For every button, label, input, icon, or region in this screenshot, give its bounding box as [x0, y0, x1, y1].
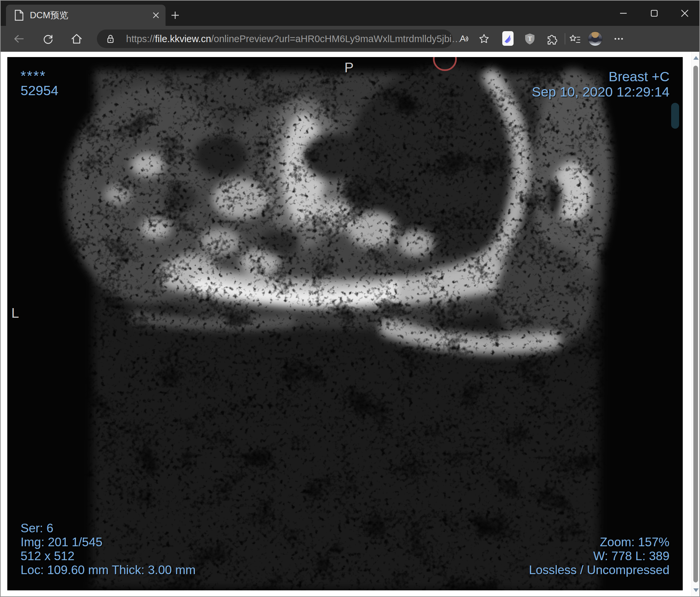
- refresh-icon[interactable]: [42, 32, 54, 45]
- document-icon: [14, 9, 24, 21]
- scrollbar-thumb[interactable]: [693, 66, 698, 582]
- slice-location: Loc: 109.60 mm Thick: 3.00 mm: [21, 563, 196, 577]
- url-host: file.kkview.cn: [155, 33, 211, 44]
- display-info: Zoom: 157% W: 778 L: 389 Lossless / Unco…: [529, 535, 670, 577]
- series-info: Ser: 6 Img: 201 1/545 512 x 512 Loc: 109…: [21, 521, 196, 577]
- page-scrollbar[interactable]: [691, 52, 699, 596]
- mri-image: [7, 57, 683, 590]
- study-datetime: Sep 10, 2020 12:29:14: [532, 84, 670, 100]
- study-description: Breast +C: [532, 69, 670, 84]
- svg-text:A: A: [460, 33, 466, 44]
- page-content: **** 52954 Breast +C Sep 10, 2020 12:29:…: [1, 52, 699, 596]
- tab-dcm-preview[interactable]: DCM预览: [6, 5, 166, 26]
- url-text[interactable]: https://file.kkview.cn/onlinePreview?url…: [126, 29, 461, 48]
- tab-title: DCM预览: [30, 5, 68, 26]
- window-close-button[interactable]: [678, 7, 692, 20]
- patient-id: 52954: [21, 84, 58, 98]
- favorite-star-icon[interactable]: [478, 32, 490, 45]
- toolbar-divider: [565, 33, 565, 45]
- url-path: /onlinePreview?url=aHR0cHM6Ly9maWxlLmtrd…: [211, 33, 461, 44]
- scrollbar-down-arrow-icon[interactable]: [693, 588, 699, 592]
- orientation-marker-posterior: P: [344, 60, 354, 76]
- address-bar[interactable]: https://file.kkview.cn/onlinePreview?url…: [97, 29, 452, 48]
- scrollbar-up-arrow-icon[interactable]: [693, 56, 699, 60]
- extension-shield-t-icon[interactable]: T: [524, 32, 536, 45]
- home-icon[interactable]: [70, 32, 83, 45]
- image-matrix: 512 x 512: [21, 549, 196, 563]
- svg-text:T: T: [528, 35, 532, 42]
- zoom-level: Zoom: 157%: [529, 535, 670, 549]
- favorites-list-icon[interactable]: [569, 32, 581, 45]
- title-bar: DCM预览: [1, 1, 699, 26]
- back-icon[interactable]: [12, 32, 25, 45]
- study-info: Breast +C Sep 10, 2020 12:29:14: [532, 69, 670, 100]
- new-tab-button[interactable]: [171, 10, 180, 20]
- lock-icon[interactable]: [105, 34, 116, 44]
- profile-avatar[interactable]: [588, 31, 602, 46]
- orientation-marker-left: L: [11, 305, 19, 321]
- window-minimize-button[interactable]: [617, 7, 630, 20]
- navigation-toolbar: https://file.kkview.cn/onlinePreview?url…: [1, 26, 699, 52]
- read-aloud-icon[interactable]: A: [458, 32, 470, 45]
- window-level: W: 778 L: 389: [529, 549, 670, 563]
- viewer-scroll-indicator[interactable]: [671, 103, 679, 129]
- compression-info: Lossless / Uncompressed: [529, 563, 670, 577]
- window-maximize-button[interactable]: [647, 7, 661, 20]
- extensions-puzzle-icon[interactable]: [545, 32, 558, 45]
- patient-name-masked: ****: [21, 69, 46, 83]
- extension-bird-icon[interactable]: [502, 31, 514, 46]
- url-scheme: https://: [126, 33, 155, 44]
- image-number: Img: 201 1/545: [21, 535, 196, 549]
- more-menu-icon[interactable]: [612, 32, 625, 45]
- extension-bird-badge: [502, 31, 514, 46]
- dicom-canvas[interactable]: **** 52954 Breast +C Sep 10, 2020 12:29:…: [7, 57, 683, 590]
- series-number: Ser: 6: [21, 521, 196, 535]
- tab-close-icon[interactable]: [152, 11, 160, 20]
- browser-window: DCM预览: [0, 0, 700, 597]
